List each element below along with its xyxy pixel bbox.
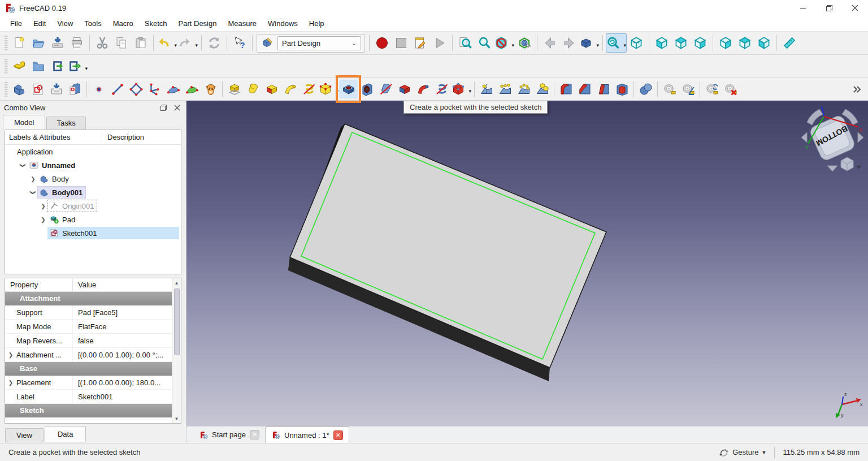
macro-record-button[interactable] [372,33,392,53]
tab-view[interactable]: View [5,428,44,442]
create-sketch-button[interactable] [28,80,47,98]
print-button[interactable] [67,33,86,53]
fit-selection-button[interactable] [475,33,494,53]
minimize-button[interactable] [790,0,816,16]
property-group-sketch[interactable]: Sketch [5,404,172,417]
tree-item-sketch001[interactable]: Sketch001 [47,227,179,239]
subtractive-pipe-button[interactable] [414,80,432,98]
mirrored-button[interactable] [477,80,496,98]
additive-helix-button[interactable] [300,80,318,98]
sketch-polyline-button[interactable] [145,80,164,98]
save-document-button[interactable] [48,33,67,53]
link-view-button[interactable]: ▾ [579,33,600,53]
fillet-button[interactable] [557,80,575,98]
toolbar-grip-handle[interactable] [4,35,8,51]
property-row-label[interactable]: LabelSketch001 [5,390,172,404]
sketch-rectangle-button[interactable] [127,80,145,98]
property-scrollbar[interactable]: ▲ ▼ [172,278,181,423]
menu-tools[interactable]: Tools [79,17,107,30]
property-row-support[interactable]: SupportPad [Face5] [5,305,172,320]
scroll-down-icon[interactable]: ▼ [172,414,181,423]
macro-edit-button[interactable] [411,33,430,53]
paste-button[interactable] [131,33,150,53]
fit-all-button[interactable] [455,33,475,53]
whats-this-button[interactable]: ? [230,33,249,53]
chamfer-button[interactable] [575,80,594,98]
tree-item-unnamed[interactable]: Unnamed [27,159,79,171]
view-left-button[interactable] [754,33,774,53]
new-document-button[interactable] [10,33,29,53]
property-group-base[interactable]: Base [5,362,172,376]
measure-clear-all-button[interactable] [721,80,740,98]
draw-style-button[interactable]: ▾ [494,33,515,53]
measure-distance-button[interactable] [780,33,799,53]
additive-pipe-button[interactable] [281,80,300,98]
menu-part-design[interactable]: Part Design [173,17,223,30]
menu-help[interactable]: Help [303,17,330,30]
refresh-button[interactable] [205,33,224,53]
restore-button[interactable] [816,0,842,16]
measure-angular-button[interactable] [679,80,697,98]
menu-windows[interactable]: Windows [262,17,303,30]
menu-measure[interactable]: Measure [222,17,262,30]
tree-header-description[interactable]: Description [102,130,144,144]
view-right-button[interactable] [691,33,710,53]
toolbar-grip-handle[interactable] [4,81,8,98]
view-top-button[interactable] [671,33,691,53]
dock-float-icon[interactable] [160,104,167,111]
view-front-button[interactable] [652,33,671,53]
draft-button[interactable] [594,80,613,98]
tab-model[interactable]: Model [3,115,45,130]
scrollbar-thumb[interactable] [174,288,180,355]
menu-macro[interactable]: Macro [107,17,139,30]
make-link-button[interactable] [48,57,67,76]
undo-button[interactable]: ▾ [157,33,177,53]
sketch-periodic-bspline-button[interactable] [183,80,201,98]
polar-pattern-button[interactable] [514,80,533,98]
revolution-button[interactable] [244,80,262,98]
nav-style-label[interactable]: Gesture [732,448,758,456]
menu-edit[interactable]: Edit [28,17,51,30]
tree-expander-icon[interactable]: ❯ [29,176,37,182]
pocket-button[interactable] [339,80,358,98]
cut-button[interactable] [93,33,112,53]
redo-button[interactable]: ▾ [177,33,198,53]
tree-expander-icon[interactable]: ❯ [30,188,36,197]
dock-close-icon[interactable] [174,105,180,111]
property-row-attachment[interactable]: ❯Attachment ...[(0.00 0.00 1.00); 0.00 °… [5,348,172,362]
sketch-line-button[interactable] [108,80,127,98]
property-group-attachment[interactable]: Attachment [5,292,172,305]
map-sketch-to-face-button[interactable] [66,80,84,98]
workbench-selector[interactable]: Part Design⌄ [277,36,361,50]
menu-file[interactable]: File [5,17,28,30]
sketch-bspline-button[interactable] [164,80,183,98]
make-sub-link-button[interactable]: ▾ [67,57,88,76]
subtractive-primitive-button[interactable]: ▾ [451,80,472,98]
close-tab-icon[interactable]: ✕ [250,430,259,440]
nav-style-caret-icon[interactable]: ▼ [761,450,766,455]
measure-linear-button[interactable] [660,80,679,98]
tab-tasks[interactable]: Tasks [46,117,85,130]
attach-sketch-button[interactable] [47,80,66,98]
document-tab-start-page[interactable]: Start page✕ [193,426,265,443]
close-tab-icon[interactable]: ✕ [333,430,343,440]
additive-primitive-button[interactable]: ▾ [318,80,339,98]
toolbar-expand-button[interactable] [847,80,866,98]
property-row-map-mode[interactable]: Map ModeFlatFace [5,320,172,334]
groove-button[interactable] [376,80,395,98]
macro-stop-button[interactable] [392,33,411,53]
sketch-point-button[interactable] [89,80,108,98]
sync-view-button[interactable] [515,33,534,53]
property-row-map-revers[interactable]: Map Revers...false [5,334,172,348]
multi-transform-button[interactable] [533,80,552,98]
hole-button[interactable] [358,80,376,98]
view-axonometric-button[interactable] [627,33,646,53]
create-body-button[interactable] [10,80,28,98]
thickness-button[interactable] [613,80,631,98]
copy-button[interactable] [112,33,131,53]
subtractive-loft-button[interactable] [395,80,414,98]
additive-loft-button[interactable] [262,80,281,98]
3d-viewport[interactable]: Create a pocket with the selected sketch… [186,101,868,426]
property-column-header[interactable]: Property [5,278,73,291]
navigation-cube[interactable]: BOTTOM Y X [799,102,866,175]
